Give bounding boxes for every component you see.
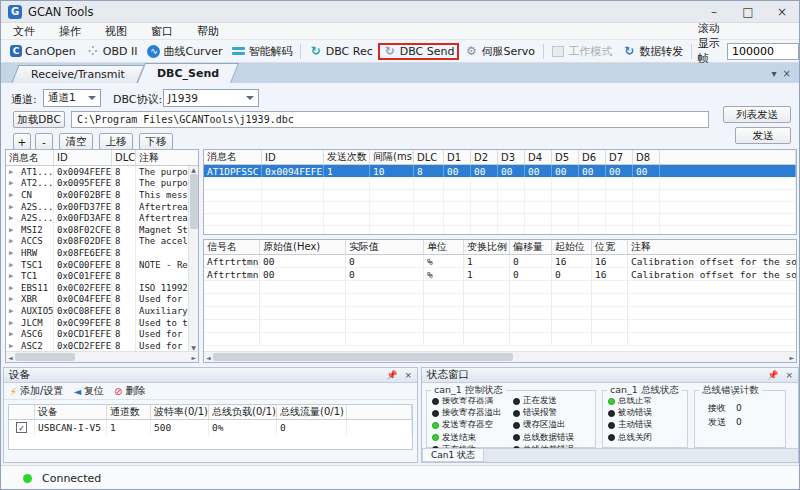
- column-header[interactable]: 单位: [424, 240, 464, 254]
- toolbar-button-dbc-send[interactable]: ↻ DBC Send: [378, 43, 460, 60]
- table-row[interactable]: ▶ ACCS 0x08F02DFE 8 The acceleration: [6, 236, 198, 248]
- table-row[interactable]: ▶ A2S... 0x00FD3AFE 8 Aftertreatment 2: [6, 212, 198, 224]
- channel-select[interactable]: 通道1: [43, 89, 101, 107]
- toolbar-button-obd2[interactable]: ⁘ OBD II: [81, 43, 143, 60]
- table-row[interactable]: ▶ TC1 0x0C01FEFE 8: [6, 270, 198, 282]
- table-row[interactable]: ▶ ASC6 0x0CD1FEFE 8 Used for suspens: [6, 328, 198, 340]
- expand-arrow-icon[interactable]: ▶: [6, 178, 18, 190]
- protocol-select[interactable]: J1939: [163, 89, 259, 107]
- scrollbar-thumb[interactable]: [190, 174, 198, 229]
- column-header[interactable]: 注释: [136, 150, 199, 165]
- frames-input[interactable]: [727, 43, 799, 60]
- column-header[interactable]: D5: [552, 150, 579, 164]
- expand-arrow-icon[interactable]: ▶: [6, 201, 18, 213]
- table-row[interactable]: [204, 307, 796, 320]
- menu-help[interactable]: 帮助: [185, 24, 231, 39]
- column-header[interactable]: ID: [262, 150, 324, 164]
- column-header[interactable]: 实际值: [346, 240, 424, 254]
- expand-arrow-icon[interactable]: ▶: [6, 212, 18, 224]
- toolbar-button-dbc-rec[interactable]: ↻ DBC Rec: [304, 43, 378, 60]
- column-header[interactable]: 起始位: [552, 240, 592, 254]
- column-header[interactable]: 变换比例: [464, 240, 510, 254]
- column-header[interactable]: D3: [498, 150, 525, 164]
- expand-arrow-icon[interactable]: ▶: [6, 166, 18, 178]
- column-header[interactable]: 原始值(Hex): [260, 240, 346, 254]
- toolbar-button-servo[interactable]: ⚙ 伺服Servo: [459, 42, 540, 61]
- column-header[interactable]: D6: [579, 150, 606, 164]
- table-row[interactable]: [204, 226, 796, 235]
- expand-arrow-icon[interactable]: ▶: [6, 317, 18, 329]
- toolbar-button-curver[interactable]: ∿ 曲线Curver: [142, 42, 227, 61]
- expand-arrow-icon[interactable]: ▶: [6, 340, 18, 352]
- pin-icon[interactable]: 📌: [386, 370, 397, 380]
- expand-arrow-icon[interactable]: ▶: [6, 282, 18, 294]
- column-header[interactable]: 设备: [35, 405, 107, 419]
- table-row[interactable]: [204, 320, 796, 333]
- vertical-scrollbar[interactable]: ▲▼: [188, 166, 198, 351]
- table-row[interactable]: ▶ XBR 0x0C04FEFE 8 Used for brake c: [6, 294, 198, 306]
- tab-can1-status[interactable]: Can1 状态: [422, 449, 484, 462]
- horizontal-scrollbar[interactable]: ◄►: [204, 351, 796, 362]
- scrollbar-thumb[interactable]: [213, 353, 513, 361]
- table-row[interactable]: ▶ JLCM 0x0C99FEFE 8 Used to transfer: [6, 317, 198, 329]
- expand-arrow-icon[interactable]: ▶: [6, 189, 18, 201]
- column-header[interactable]: 波特率(0/1): [151, 405, 209, 419]
- table-row[interactable]: [204, 214, 796, 226]
- toolbar-button-canopen[interactable]: C CanOpen: [5, 43, 81, 60]
- reset-button[interactable]: ◄复位: [73, 384, 104, 398]
- dbc-path-field[interactable]: C:\Program Files\GCANTools\j1939.dbc: [71, 111, 709, 128]
- column-header[interactable]: 位宽: [592, 240, 628, 254]
- expand-arrow-icon[interactable]: ▶: [6, 305, 18, 317]
- horizontal-scrollbar[interactable]: ◄►: [6, 351, 198, 362]
- table-row[interactable]: ▶ AT1... 0x0094FEFE 8 The purpose of t: [6, 166, 198, 178]
- table-row[interactable]: ▶ AT2... 0x0095FEFE 8 The purpose of t: [6, 178, 198, 190]
- tab-close-icon[interactable]: ×: [783, 68, 791, 79]
- column-header[interactable]: 注释: [628, 240, 797, 254]
- scroll-up-icon[interactable]: ▲: [191, 166, 196, 173]
- send-button[interactable]: 发送: [735, 127, 791, 144]
- table-row[interactable]: ▶ AUXIO5 0x0C08FEFE 8 Auxiliary Input/: [6, 305, 198, 317]
- column-header[interactable]: D7: [606, 150, 633, 164]
- column-header[interactable]: ID: [54, 150, 112, 165]
- table-row[interactable]: ▶ HRW 0x08FE6EFE 8: [6, 247, 198, 259]
- column-header[interactable]: D4: [525, 150, 552, 164]
- column-header[interactable]: D1: [444, 150, 471, 164]
- column-header[interactable]: 偏移量: [510, 240, 552, 254]
- table-row[interactable]: ▶ TSC1 0x0C00FEFE 8 NOTE - Retarder: [6, 259, 198, 271]
- column-header[interactable]: D8: [633, 150, 660, 164]
- table-row[interactable]: [204, 190, 796, 202]
- column-header[interactable]: 消息名: [204, 150, 262, 164]
- column-header[interactable]: 总线流量(0/1): [277, 405, 347, 419]
- close-icon[interactable]: ×: [404, 370, 412, 380]
- toolbar-button-smart-decode[interactable]: 智能解码: [227, 42, 297, 61]
- table-row[interactable]: ▶ A2S... 0x00FD37FE 8 Aftertreatment 2: [6, 201, 198, 213]
- menu-view[interactable]: 视图: [93, 24, 139, 39]
- column-header[interactable]: 发送次数: [324, 150, 370, 164]
- expand-arrow-icon[interactable]: ▶: [6, 236, 18, 248]
- table-row[interactable]: [204, 333, 796, 346]
- close-button[interactable]: ×: [765, 1, 799, 22]
- menu-window[interactable]: 窗口: [139, 24, 185, 39]
- tab-receive-transmit[interactable]: Receive/Transmit: [15, 65, 141, 83]
- list-send-button[interactable]: 列表发送: [723, 106, 791, 123]
- table-row[interactable]: [204, 294, 796, 307]
- table-row[interactable]: ▶ MSI2 0x08F02CFE 8 Magnet Status In: [6, 224, 198, 236]
- move-up-button[interactable]: 上移: [99, 133, 133, 150]
- minimize-button[interactable]: –: [697, 1, 731, 22]
- table-row[interactable]: [204, 202, 796, 214]
- column-header[interactable]: 通道数: [107, 405, 151, 419]
- tab-dbc-send[interactable]: DBC_Send: [141, 63, 235, 83]
- remove-row-button[interactable]: -: [35, 133, 53, 150]
- column-header[interactable]: DLC: [112, 150, 136, 165]
- table-row[interactable]: Aftrtrtmn... 00 0 % 1 0 0 16 Calibration…: [204, 268, 796, 281]
- add-settings-button[interactable]: ⚡添加/设置: [10, 384, 63, 398]
- menu-operate[interactable]: 操作: [47, 24, 93, 39]
- table-row[interactable]: [204, 281, 796, 294]
- move-down-button[interactable]: 下移: [139, 133, 173, 150]
- column-header[interactable]: D2: [471, 150, 498, 164]
- table-row[interactable]: ▶ ASC2 0x0CD2FEFE 8 Used for suspens: [6, 340, 198, 352]
- table-row[interactable]: [204, 178, 796, 190]
- column-header[interactable]: 消息名: [6, 150, 54, 165]
- toolbar-button-data-forward[interactable]: ↻ 数据转发: [617, 42, 688, 61]
- table-row[interactable]: Aftrtrtmn... 00 0 % 1 0 16 16 Calibratio…: [204, 255, 796, 268]
